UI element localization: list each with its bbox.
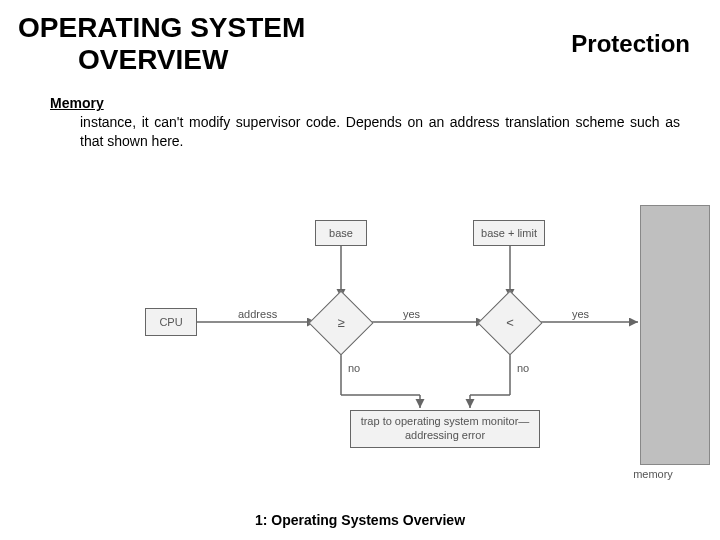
base-plus-limit-box: base + limit: [473, 220, 545, 246]
footer-caption: 1: Operating Systems Overview: [0, 512, 720, 528]
no-edge-label-2: no: [517, 362, 529, 374]
lt-symbol: <: [487, 315, 533, 330]
address-translation-diagram: CPU base base + limit ≥ < address yes ye…: [0, 200, 720, 490]
no-edge-label-1: no: [348, 362, 360, 374]
memory-heading: Memory: [50, 94, 680, 113]
cpu-box: CPU: [145, 308, 197, 336]
slide-header: OPERATING SYSTEM OVERVIEW Protection: [0, 0, 720, 76]
ge-symbol: ≥: [318, 315, 364, 330]
title-line-1: OPERATING SYSTEM: [18, 12, 305, 43]
memory-block: [640, 205, 710, 465]
trap-box: trap to operating system monitor—address…: [350, 410, 540, 448]
yes-edge-label-1: yes: [403, 308, 420, 320]
address-edge-label: address: [238, 308, 277, 320]
main-title: OPERATING SYSTEM OVERVIEW: [18, 12, 305, 76]
memory-caption: memory: [618, 468, 688, 480]
section-subtitle: Protection: [571, 30, 690, 58]
body-text: Memory instance, it can't modify supervi…: [0, 76, 720, 151]
base-register-box: base: [315, 220, 367, 246]
yes-edge-label-2: yes: [572, 308, 589, 320]
title-line-2: OVERVIEW: [18, 44, 228, 75]
body-paragraph: instance, it can't modify supervisor cod…: [50, 113, 680, 151]
